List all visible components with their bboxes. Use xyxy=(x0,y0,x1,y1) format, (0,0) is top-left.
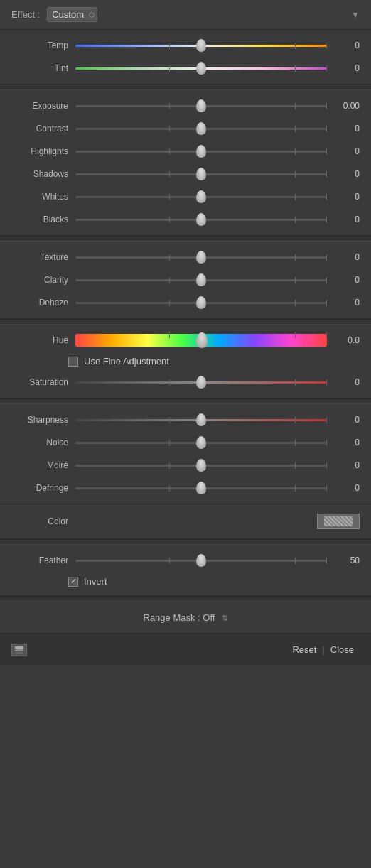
invert-checkbox[interactable] xyxy=(68,577,78,587)
shadows-value: 0 xyxy=(334,169,360,179)
texture-label: Texture xyxy=(11,252,68,262)
blacks-slider[interactable] xyxy=(75,212,327,227)
bottom-bar: Reset | Close xyxy=(0,634,371,665)
dropdown-arrow-icon[interactable]: ▼ xyxy=(351,10,360,20)
blacks-row: Blacks 0 xyxy=(0,208,371,231)
feather-value: 50 xyxy=(334,555,360,565)
noise-slider[interactable] xyxy=(75,435,327,450)
hue-section: Hue 0.0 Use Fine Adjustment Saturation 0 xyxy=(0,325,371,398)
contrast-value: 0 xyxy=(334,124,360,134)
color-label: Color xyxy=(11,516,68,526)
bottom-buttons: Reset | Close xyxy=(286,641,360,658)
svg-rect-2 xyxy=(15,652,23,654)
texture-slider[interactable] xyxy=(75,250,327,264)
invert-label: Invert xyxy=(84,576,107,587)
moire-label: Moiré xyxy=(11,460,68,470)
temp-tint-section: Temp 0 Tint 0 xyxy=(0,30,371,85)
clarity-row: Clarity 0 xyxy=(0,268,371,291)
contrast-label: Contrast xyxy=(11,124,68,134)
defringe-value: 0 xyxy=(334,483,360,493)
range-mask-row: Range Mask : Off xyxy=(0,602,371,634)
exposure-row: Exposure 0.00 xyxy=(0,94,371,117)
invert-row: Invert xyxy=(0,572,371,591)
gap-4 xyxy=(0,398,371,404)
close-button[interactable]: Close xyxy=(325,641,360,658)
highlights-slider[interactable] xyxy=(75,144,327,158)
sharpness-section: Sharpness 0 Noise 0 Moiré xyxy=(0,404,371,504)
gap-5 xyxy=(0,539,371,545)
fine-adjustment-row: Use Fine Adjustment xyxy=(0,352,371,371)
saturation-slider[interactable] xyxy=(75,375,327,389)
tint-row: Tint 0 xyxy=(0,57,371,80)
hue-value: 0.0 xyxy=(334,335,360,345)
defringe-row: Defringe 0 xyxy=(0,477,371,499)
blacks-label: Blacks xyxy=(11,215,68,224)
blacks-value: 0 xyxy=(334,215,360,224)
hue-label: Hue xyxy=(11,335,68,345)
gap-2 xyxy=(0,236,371,242)
svg-rect-1 xyxy=(15,649,23,651)
noise-value: 0 xyxy=(334,438,360,447)
highlights-row: Highlights 0 xyxy=(0,140,371,163)
sharpness-row: Sharpness 0 xyxy=(0,408,371,431)
shadows-slider[interactable] xyxy=(75,167,327,181)
shadows-row: Shadows 0 xyxy=(0,163,371,185)
bottom-icon-button[interactable] xyxy=(11,644,27,656)
feather-label: Feather xyxy=(11,555,68,565)
color-section: Color xyxy=(0,504,371,539)
gap-3 xyxy=(0,319,371,325)
tint-label: Tint xyxy=(11,63,68,73)
gap-6 xyxy=(0,596,371,602)
tone-section: Exposure 0.00 Contrast 0 Highlights xyxy=(0,90,371,236)
feather-slider[interactable] xyxy=(75,553,327,568)
panel: Effect : Custom ▼ Temp 0 Tint xyxy=(0,0,371,665)
whites-slider[interactable] xyxy=(75,190,327,204)
svg-rect-0 xyxy=(15,646,23,649)
reset-button[interactable]: Reset xyxy=(286,641,322,658)
color-swatch[interactable] xyxy=(317,514,360,529)
moire-value: 0 xyxy=(334,460,360,470)
temp-row: Temp 0 xyxy=(0,34,371,57)
defringe-slider[interactable] xyxy=(75,481,327,495)
sharpness-slider[interactable] xyxy=(75,413,327,427)
tint-slider[interactable] xyxy=(75,61,327,75)
color-row: Color xyxy=(0,509,371,534)
fine-adjustment-label: Use Fine Adjustment xyxy=(84,356,169,367)
saturation-value: 0 xyxy=(334,377,360,387)
temp-label: Temp xyxy=(11,40,68,50)
sharpness-value: 0 xyxy=(334,415,360,425)
shadows-label: Shadows xyxy=(11,169,68,179)
defringe-label: Defringe xyxy=(11,483,68,493)
hue-slider[interactable] xyxy=(75,333,327,347)
hue-row: Hue 0.0 xyxy=(0,329,371,352)
feather-row: Feather 50 xyxy=(0,549,371,572)
fine-adjustment-checkbox[interactable] xyxy=(68,357,78,367)
effect-select-wrapper[interactable]: Custom xyxy=(47,7,97,22)
texture-section: Texture 0 Clarity 0 Dehaze xyxy=(0,242,371,319)
temp-slider[interactable] xyxy=(75,38,327,53)
layers-icon xyxy=(14,646,24,654)
gap-1 xyxy=(0,85,371,90)
highlights-label: Highlights xyxy=(11,146,68,156)
contrast-slider[interactable] xyxy=(75,121,327,136)
temp-value: 0 xyxy=(334,40,360,50)
whites-label: Whites xyxy=(11,192,68,202)
saturation-label: Saturation xyxy=(11,377,68,387)
texture-row: Texture 0 xyxy=(0,246,371,268)
clarity-value: 0 xyxy=(334,275,360,285)
clarity-slider[interactable] xyxy=(75,273,327,287)
dehaze-row: Dehaze 0 xyxy=(0,291,371,314)
range-mask-select[interactable]: Range Mask : Off xyxy=(144,612,228,623)
range-mask-select-wrapper[interactable]: Range Mask : Off xyxy=(144,612,228,623)
dehaze-slider[interactable] xyxy=(75,295,327,310)
noise-row: Noise 0 xyxy=(0,431,371,454)
dehaze-label: Dehaze xyxy=(11,298,68,308)
exposure-slider[interactable] xyxy=(75,99,327,113)
highlights-value: 0 xyxy=(334,146,360,156)
color-swatch-pattern xyxy=(324,516,353,526)
dehaze-value: 0 xyxy=(334,298,360,308)
moire-row: Moiré 0 xyxy=(0,454,371,477)
whites-value: 0 xyxy=(334,192,360,202)
effect-select[interactable]: Custom xyxy=(47,7,97,22)
moire-slider[interactable] xyxy=(75,458,327,472)
